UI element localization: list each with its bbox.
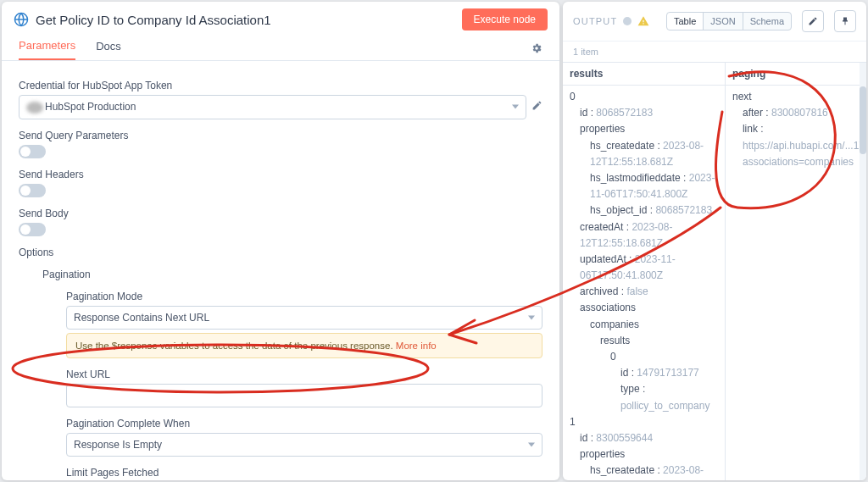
complete-when-label: Pagination Complete When bbox=[66, 418, 542, 429]
complete-when-select[interactable]: Response Is Empty bbox=[66, 433, 542, 457]
output-panel: OUTPUT Table JSON Schema 1 item results … bbox=[563, 2, 866, 480]
send-headers-toggle[interactable] bbox=[19, 184, 46, 197]
item-count: 1 item bbox=[563, 42, 866, 62]
tab-parameters[interactable]: Parameters bbox=[19, 39, 75, 60]
view-table[interactable]: Table bbox=[666, 12, 704, 30]
pagination-heading: Pagination bbox=[42, 269, 542, 280]
tab-docs[interactable]: Docs bbox=[96, 40, 121, 59]
send-headers-label: Send Headers bbox=[19, 169, 542, 180]
svg-point-1 bbox=[623, 17, 632, 25]
output-table: results 0 id : 8068572183 properties hs_… bbox=[563, 62, 866, 480]
credential-label: Credential for HubSpot App Token bbox=[19, 80, 542, 91]
send-body-toggle[interactable] bbox=[19, 223, 46, 236]
scrollbar-thumb[interactable] bbox=[860, 86, 866, 154]
pagination-mode-label: Pagination Mode bbox=[66, 291, 542, 302]
options-label: Options bbox=[19, 247, 542, 258]
credential-avatar bbox=[26, 102, 43, 114]
send-query-toggle[interactable] bbox=[19, 145, 46, 158]
credential-select[interactable]: HubSpot Production bbox=[19, 95, 526, 119]
execute-node-button[interactable]: Execute node bbox=[462, 8, 548, 30]
pagination-mode-select[interactable]: Response Contains Next URL bbox=[66, 306, 542, 330]
warning-icon bbox=[637, 15, 649, 27]
limit-pages-label: Limit Pages Fetched bbox=[66, 467, 542, 479]
send-body-label: Send Body bbox=[19, 208, 542, 219]
results-cell: 0 id : 8068572183 properties hs_createda… bbox=[563, 86, 725, 480]
output-label: OUTPUT bbox=[573, 16, 617, 26]
view-schema[interactable]: Schema bbox=[743, 12, 792, 30]
pin-output-button[interactable] bbox=[834, 10, 856, 32]
next-url-label: Next URL bbox=[66, 368, 542, 380]
page-title: Get Policy ID to Company Id Association1 bbox=[36, 13, 455, 27]
info-text: Use the $response variables to access th… bbox=[75, 341, 396, 351]
gear-icon[interactable] bbox=[531, 42, 542, 57]
credential-value: HubSpot Production bbox=[45, 101, 136, 113]
view-json[interactable]: JSON bbox=[703, 12, 743, 30]
send-query-label: Send Query Parameters bbox=[19, 130, 542, 141]
pencil-icon[interactable] bbox=[531, 100, 542, 114]
edit-output-button[interactable] bbox=[802, 10, 824, 32]
info-icon bbox=[622, 16, 632, 26]
globe-icon bbox=[14, 12, 29, 27]
info-box: Use the $response variables to access th… bbox=[66, 333, 542, 358]
view-switcher: Table JSON Schema bbox=[667, 12, 792, 30]
next-url-input[interactable] bbox=[66, 384, 542, 407]
config-panel: Get Policy ID to Company Id Association1… bbox=[2, 2, 559, 480]
col-results-header: results bbox=[563, 63, 725, 86]
paging-cell: next after : 8300807816 link : https://a… bbox=[726, 86, 866, 187]
more-info-link[interactable]: More info bbox=[396, 341, 437, 351]
col-paging-header: paging bbox=[726, 63, 866, 86]
